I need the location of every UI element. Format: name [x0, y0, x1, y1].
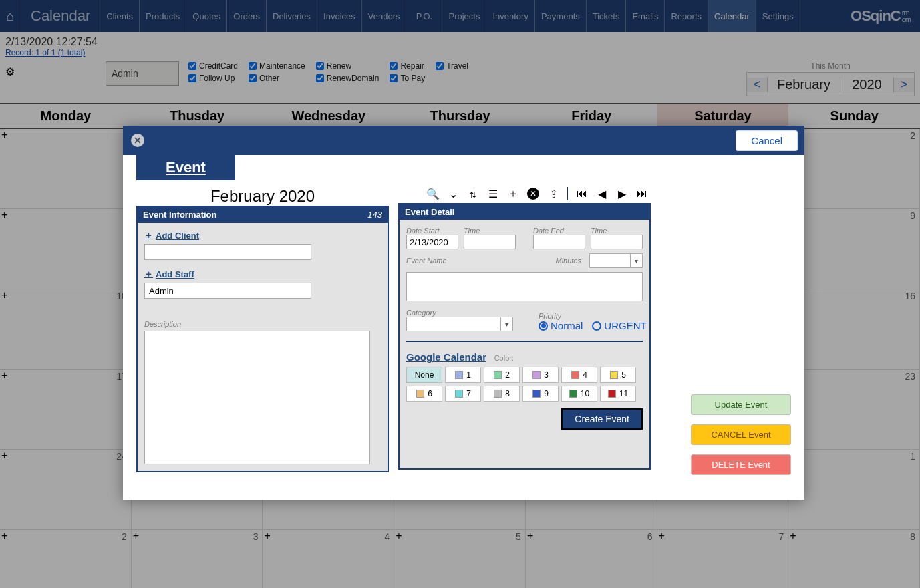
time-end-label: Time: [591, 227, 643, 235]
prev-icon[interactable]: ◀: [596, 188, 608, 200]
color-swatch-5[interactable]: 5: [600, 367, 636, 383]
event-tab[interactable]: Event: [136, 155, 235, 180]
last-icon[interactable]: ⏭: [636, 188, 648, 200]
chevron-down-icon[interactable]: ⌄: [447, 188, 459, 200]
date-start-input[interactable]: [406, 235, 458, 249]
color-swatch-4[interactable]: 4: [561, 367, 597, 383]
add-staff-link[interactable]: ＋Add Staff: [144, 268, 381, 280]
search-icon[interactable]: 🔍: [427, 188, 439, 200]
color-swatch-8[interactable]: 8: [484, 386, 520, 402]
color-swatch-3[interactable]: 3: [522, 367, 559, 383]
color-swatch-6[interactable]: 6: [406, 386, 442, 402]
color-swatch-none[interactable]: None: [406, 367, 442, 383]
time-start-label: Time: [464, 227, 516, 235]
add-icon[interactable]: ＋: [507, 188, 519, 200]
modal-header: ✕ Cancel: [123, 126, 804, 155]
toolbar-divider: [567, 187, 568, 200]
update-event-button[interactable]: Update Event: [691, 394, 791, 415]
modal-month-title: February 2020: [136, 187, 389, 206]
export-icon[interactable]: ⇪: [547, 188, 559, 200]
date-end-label: Date End: [533, 227, 585, 235]
minutes-label: Minutes: [555, 257, 581, 265]
create-event-button[interactable]: Create Event: [561, 408, 643, 430]
date-start-label: Date Start: [406, 227, 458, 235]
time-end-input[interactable]: [591, 235, 643, 249]
color-swatch-2[interactable]: 2: [484, 367, 520, 383]
event-detail-panel: Event Detail Date Start Time Date End Ti…: [398, 203, 651, 470]
color-swatch-10[interactable]: 10: [561, 386, 597, 402]
event-detail-title: Event Detail: [405, 207, 454, 217]
event-name-input[interactable]: [406, 272, 643, 301]
description-label: Description: [144, 320, 381, 328]
add-client-link[interactable]: ＋Add Client: [144, 229, 381, 241]
list-icon[interactable]: ☰: [487, 188, 499, 200]
next-icon[interactable]: ▶: [616, 188, 628, 200]
close-icon[interactable]: ✕: [131, 134, 144, 147]
gcal-color-label: Color:: [494, 354, 514, 362]
date-end-input[interactable]: [533, 235, 585, 249]
event-info-panel: Event Information 143 ＋Add Client ＋Add S…: [136, 206, 389, 472]
record-toolbar: 🔍 ⌄ ⇅ ☰ ＋ ✕ ⇪ ⏮ ◀ ▶ ⏭: [398, 187, 651, 200]
cancel-event-button[interactable]: CANCEL Event: [691, 424, 791, 445]
priority-urgent-radio[interactable]: URGENT: [592, 320, 646, 331]
plus-icon: ＋: [144, 268, 153, 280]
category-select[interactable]: ▾: [406, 317, 513, 331]
priority-normal-radio[interactable]: Normal: [539, 320, 583, 331]
category-label: Category: [406, 309, 513, 317]
client-input[interactable]: [144, 244, 311, 260]
minutes-select[interactable]: ▾: [589, 253, 643, 268]
sort-icon[interactable]: ⇅: [467, 188, 479, 200]
event-name-label: Event Name: [406, 257, 550, 265]
color-swatch-7[interactable]: 7: [445, 386, 481, 402]
color-swatch-9[interactable]: 9: [522, 386, 559, 402]
delete-event-button[interactable]: DELETE Event: [691, 454, 791, 475]
plus-icon: ＋: [144, 229, 153, 241]
event-info-count: 143: [367, 210, 382, 220]
event-modal: ✕ Cancel Event February 2020 Event Infor…: [123, 126, 804, 500]
modal-cancel-button[interactable]: Cancel: [736, 130, 798, 151]
color-swatch-11[interactable]: 11: [600, 386, 636, 402]
staff-input[interactable]: [144, 283, 311, 299]
google-calendar-title: Google Calendar: [406, 351, 486, 363]
cancel-icon[interactable]: ✕: [527, 188, 539, 200]
color-swatch-1[interactable]: 1: [445, 367, 481, 383]
priority-label: Priority: [539, 312, 647, 320]
description-textarea[interactable]: [144, 331, 370, 464]
time-start-input[interactable]: [464, 235, 516, 249]
action-buttons: Update Event CANCEL Event DELETE Event: [691, 394, 791, 475]
first-icon[interactable]: ⏮: [576, 188, 588, 200]
event-info-title: Event Information: [143, 210, 217, 220]
